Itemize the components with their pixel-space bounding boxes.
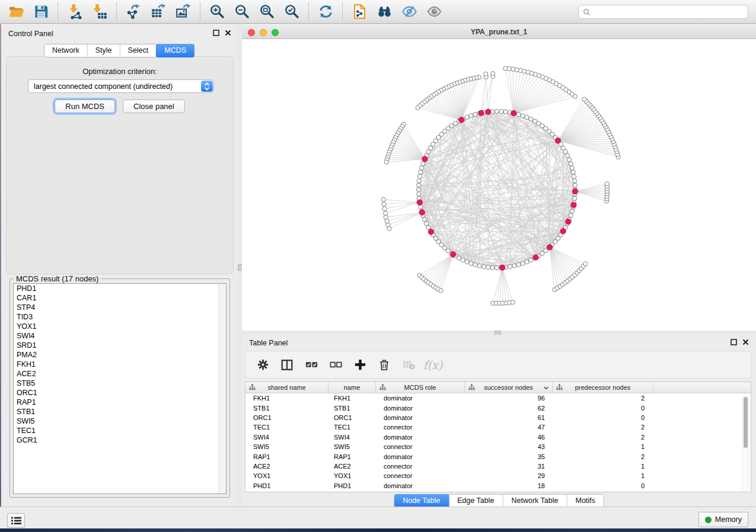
import-table-button[interactable] xyxy=(87,2,112,22)
table-cell[interactable]: STB1 xyxy=(328,405,376,412)
graph-node[interactable] xyxy=(521,114,525,118)
export-table-button[interactable] xyxy=(146,2,171,22)
mcds-result-item[interactable]: PHD1 xyxy=(14,284,226,293)
table-cell[interactable]: FKH1 xyxy=(328,395,376,402)
column-header-mcds-role[interactable]: MCDS role xyxy=(376,382,465,393)
graph-node[interactable] xyxy=(516,113,521,117)
table-row[interactable]: STB1STB1dominator620 xyxy=(245,403,751,412)
table-cell[interactable]: 18 xyxy=(465,482,553,489)
graph-hub-node[interactable] xyxy=(419,210,425,215)
network-graph[interactable] xyxy=(242,39,756,331)
graph-node[interactable] xyxy=(481,265,486,269)
graph-node[interactable] xyxy=(570,209,574,213)
table-cell[interactable]: 29 xyxy=(465,472,553,479)
graph-node[interactable] xyxy=(421,162,425,166)
mcds-result-item[interactable]: RAP1 xyxy=(14,398,226,407)
mcds-result-item[interactable]: SWI4 xyxy=(14,331,226,341)
graph-hub-node[interactable] xyxy=(422,156,428,162)
table-row[interactable]: PHD1PHD1dominator180 xyxy=(245,481,751,491)
table-cell[interactable]: SWI4 xyxy=(328,434,376,441)
graph-node[interactable] xyxy=(565,153,569,158)
graph-node[interactable] xyxy=(425,222,429,226)
zoom-fit-button[interactable] xyxy=(254,2,279,22)
graph-leaf-node[interactable] xyxy=(382,202,386,206)
graph-leaf-node[interactable] xyxy=(583,262,588,266)
apply-layout-button[interactable] xyxy=(313,2,338,22)
table-cell[interactable]: YOX1 xyxy=(328,472,376,479)
graph-node[interactable] xyxy=(532,119,537,123)
graph-hub-node[interactable] xyxy=(479,110,484,116)
table-settings-button[interactable] xyxy=(255,357,270,373)
table-cell[interactable]: 61 xyxy=(465,414,553,421)
graph-node[interactable] xyxy=(525,115,529,119)
table-cell[interactable]: dominator xyxy=(376,395,465,402)
graph-hub-node[interactable] xyxy=(417,200,422,205)
table-cell[interactable]: PHD1 xyxy=(328,482,376,489)
graph-node[interactable] xyxy=(422,217,426,222)
graph-node[interactable] xyxy=(469,114,473,118)
horizontal-splitter[interactable] xyxy=(242,331,756,335)
mcds-result-item[interactable]: STB5 xyxy=(14,379,226,388)
table-cell[interactable]: 2 xyxy=(553,434,653,441)
graph-leaf-node[interactable] xyxy=(416,105,420,110)
graph-node[interactable] xyxy=(499,110,503,114)
table-cell[interactable]: 1 xyxy=(553,463,653,470)
table-cell[interactable]: ORC1 xyxy=(328,414,376,421)
graph-node[interactable] xyxy=(573,179,577,183)
mcds-result-item[interactable]: TID3 xyxy=(14,312,226,322)
table-cell[interactable]: FKH1 xyxy=(245,395,328,402)
table-cell[interactable]: 96 xyxy=(465,395,553,402)
table-row[interactable]: FKH1FKH1dominator962 xyxy=(245,393,751,403)
search-network-button[interactable] xyxy=(372,2,397,22)
table-cell[interactable]: 2 xyxy=(553,424,653,431)
style-eye-button[interactable] xyxy=(397,2,422,22)
table-cell[interactable]: 46 xyxy=(465,434,553,441)
tab-motifs[interactable]: Motifs xyxy=(567,495,603,507)
graph-leaf-node[interactable] xyxy=(381,197,385,201)
tab-edge-table[interactable]: Edge Table xyxy=(449,495,503,507)
graph-node[interactable] xyxy=(573,196,577,200)
graph-node[interactable] xyxy=(417,179,421,183)
graph-leaf-node[interactable] xyxy=(382,207,387,211)
graph-node[interactable] xyxy=(529,117,533,121)
select-all-button[interactable] xyxy=(304,357,319,373)
vertical-splitter[interactable] xyxy=(237,24,242,507)
table-cell[interactable]: RAP1 xyxy=(245,453,328,460)
column-header-predecessor-nodes[interactable]: predecessor nodes xyxy=(553,382,653,393)
graph-hub-node[interactable] xyxy=(486,109,491,114)
close-panel-button[interactable]: Close panel xyxy=(123,100,185,113)
float-panel-icon[interactable] xyxy=(213,30,219,36)
table-cell[interactable]: 1 xyxy=(553,443,653,450)
graph-hub-node[interactable] xyxy=(500,265,505,270)
graph-node[interactable] xyxy=(572,174,576,178)
graph-hub-node[interactable] xyxy=(571,203,576,208)
close-panel-icon[interactable] xyxy=(742,339,749,345)
mcds-result-item[interactable]: ORC1 xyxy=(14,388,226,398)
graph-leaf-node[interactable] xyxy=(439,289,443,293)
delete-column-button[interactable] xyxy=(377,357,392,373)
table-cell[interactable]: connector xyxy=(376,424,465,431)
table-cell[interactable]: SWI5 xyxy=(245,443,328,450)
table-cell[interactable]: dominator xyxy=(376,434,465,441)
search-field[interactable] xyxy=(578,5,748,19)
zoom-selected-button[interactable] xyxy=(279,2,304,22)
mcds-result-list[interactable]: PHD1CAR1STP4TID3YOX1SWI4SRD1PMA2FKH1ACE2… xyxy=(13,283,227,494)
task-history-button[interactable] xyxy=(7,513,25,528)
table-cell[interactable]: ACE2 xyxy=(245,463,328,470)
graph-node[interactable] xyxy=(503,110,508,114)
graph-leaf-node[interactable] xyxy=(384,160,388,164)
graph-hub-node[interactable] xyxy=(533,255,538,260)
graph-node[interactable] xyxy=(473,113,477,117)
graph-node[interactable] xyxy=(516,262,521,267)
graph-node[interactable] xyxy=(525,259,529,264)
tab-mcds[interactable]: MCDS xyxy=(156,44,194,57)
mcds-result-item[interactable]: TEC1 xyxy=(14,426,226,435)
close-window-icon[interactable] xyxy=(248,29,255,36)
table-cell[interactable]: 35 xyxy=(465,453,553,460)
table-row[interactable]: TEC1TEC1connector472 xyxy=(245,422,751,432)
graph-node[interactable] xyxy=(521,261,525,265)
mcds-result-item[interactable]: SRD1 xyxy=(14,341,226,350)
export-image-button[interactable] xyxy=(171,2,196,22)
graph-node[interactable] xyxy=(465,259,469,264)
graph-node[interactable] xyxy=(486,265,490,270)
